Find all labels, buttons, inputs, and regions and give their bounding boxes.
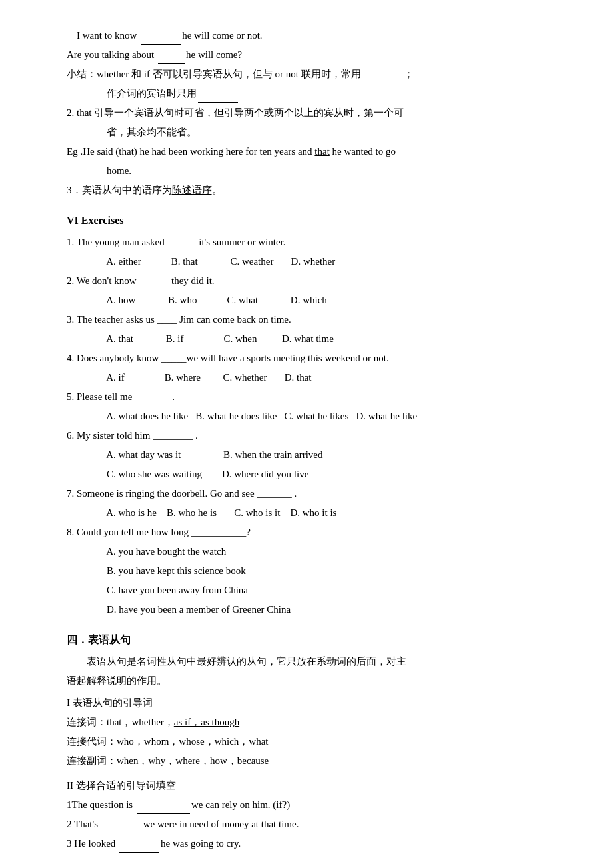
- connector-pronouns: 连接代词：who，whom，whose，which，what: [67, 733, 560, 751]
- connector-words: 连接词：that，whether，as if，as though: [67, 713, 560, 731]
- exercise-7-question: 7. Someone is ringing the doorbell. Go a…: [67, 485, 560, 503]
- page-content: I want to know he will come or not. Are …: [67, 27, 560, 868]
- exercise-1-options: A. either B. that C. weather D. whether: [67, 253, 560, 271]
- section4-intro: 表语从句是名词性从句中最好辨认的从句，它只放在系动词的后面，对主: [67, 653, 560, 671]
- exercise-4-question: 4. Does anybody know _____we will have a…: [67, 349, 560, 367]
- exercise-8-question: 8. Could you tell me how long __________…: [67, 523, 560, 541]
- eg-line: Eg .He said (that) he had been working h…: [67, 143, 560, 161]
- vi-title: VI Exercises: [67, 211, 560, 231]
- fill-ex-3: 3 He looked he was going to cry.: [67, 835, 560, 853]
- section4: 四．表语从句 表语从句是名词性从句中最好辨认的从句，它只放在系动词的后面，对主 …: [67, 631, 560, 853]
- blank-ex1: [169, 251, 195, 251]
- exercise-4-options: A. if B. where C. whether D. that: [67, 369, 560, 387]
- asif-underline: as if，as though: [174, 717, 239, 727]
- fill-ex-1: 1The question is we can rely on him. (if…: [67, 796, 560, 814]
- blank-fill1: [137, 813, 190, 814]
- blank-fill2: [102, 833, 142, 833]
- blank-fill3: [119, 852, 159, 853]
- exercise-8-option-b: B. you have kept this science book: [67, 562, 560, 580]
- exercise-2-question: 2. We don't know ______ they did it.: [67, 272, 560, 290]
- intro-line-3b: 作介词的宾语时只用: [67, 85, 560, 103]
- exercise-6-options-row1: A. what day was it B. when the train arr…: [67, 446, 560, 464]
- chensh-underline: 陈述语序: [172, 185, 212, 195]
- exercise-8-option-d: D. have you been a member of Greener Chi…: [67, 601, 560, 619]
- exercise-8-option-c: C. have you been away from China: [67, 581, 560, 599]
- vi-exercises-section: VI Exercises 1. The young man asked it's…: [67, 211, 560, 619]
- eg-line-b: home.: [67, 162, 560, 180]
- connector-adverbs: 连接副词：when，why，where，how，because: [67, 752, 560, 770]
- exercise-5-options: A. what does he like B. what he does lik…: [67, 407, 560, 425]
- fill-ex-2: 2 That's we were in need of money at tha…: [67, 815, 560, 833]
- exercise-6-question: 6. My sister told him ________ .: [67, 427, 560, 445]
- blank-1: [141, 44, 181, 45]
- intro-line-4: 2. that 引导一个宾语从句时可省，但引导两个或两个以上的宾从时，第一个可: [67, 104, 560, 122]
- intro-line-1: I want to know he will come or not.: [67, 27, 560, 45]
- exercise-1-question: 1. The young man asked it's summer or wi…: [67, 233, 560, 251]
- intro-line-3: 小结：whether 和 if 否可以引导宾语从句，但与 or not 联用时，…: [67, 65, 560, 83]
- subsection1-title: I 表语从句的引导词: [67, 694, 560, 712]
- intro-line-5: 3．宾语从句中的语序为陈述语序。: [67, 181, 560, 199]
- section4-intro-cont: 语起解释说明的作用。: [67, 672, 560, 690]
- intro-line-4b: 省，其余均不能省。: [67, 123, 560, 141]
- intro-line-2: Are you talking about he will come?: [67, 46, 560, 64]
- exercise-6-options-row2: C. who she was waiting D. where did you …: [67, 465, 560, 483]
- exercise-2-options: A. how B. who C. what D. which: [67, 291, 560, 309]
- exercise-3-options: A. that B. if C. when D. what time: [67, 330, 560, 348]
- exercise-3-question: 3. The teacher asks us ____ Jim can come…: [67, 311, 560, 329]
- section4-title: 四．表语从句: [67, 631, 560, 650]
- blank-3: [362, 83, 402, 83]
- subsection2-title: II 选择合适的引导词填空: [67, 777, 560, 795]
- exercise-7-options: A. who is he B. who he is C. who is it D…: [67, 504, 560, 522]
- blank-4: [198, 102, 238, 103]
- because-underline: because: [237, 755, 269, 766]
- exercise-5-question: 5. Please tell me _______ .: [67, 388, 560, 406]
- blank-2: [158, 63, 185, 64]
- that-underline: that: [314, 146, 330, 157]
- exercise-8-option-a: A. you have bought the watch: [67, 543, 560, 561]
